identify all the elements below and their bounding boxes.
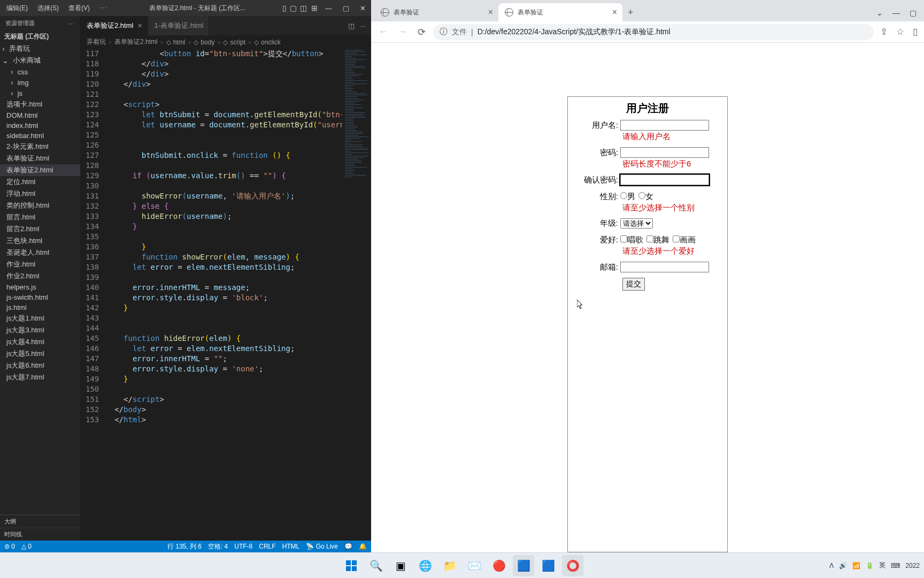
tab-file-1[interactable]: 表单验证2.html × — [80, 16, 148, 35]
gender-male-radio[interactable] — [620, 192, 627, 199]
file-item[interactable]: sidebar.html — [0, 131, 80, 141]
file-item[interactable]: 类的控制.html — [0, 200, 80, 211]
start-button[interactable] — [341, 555, 362, 576]
timeline-section[interactable]: 时间线 — [0, 528, 80, 541]
reload-button[interactable]: ⟳ — [414, 25, 429, 40]
bookmark-icon[interactable]: ☆ — [894, 24, 906, 40]
crumb-script[interactable]: ◇ script — [223, 39, 245, 46]
file-item[interactable]: js大题3.html — [0, 324, 80, 336]
app2-icon[interactable]: 🟦 — [537, 555, 559, 576]
file-item[interactable]: 留言.html — [0, 211, 80, 223]
file-item[interactable]: js大题1.html — [0, 313, 80, 324]
chrome-minimize-button[interactable]: — — [892, 9, 900, 17]
side-panel-icon[interactable]: ▯ — [911, 24, 920, 40]
chrome-maximize-button[interactable]: ▢ — [910, 9, 917, 17]
file-item[interactable]: js大题6.html — [0, 360, 80, 371]
file-item[interactable]: js.html — [0, 302, 80, 313]
code-editor[interactable]: <button id="btn-submit">提交</button> </di… — [105, 49, 342, 541]
tray-wifi-icon[interactable]: 📶 — [852, 562, 860, 569]
url-bar[interactable]: ⓘ 文件 | D:/dev/fe202202/4-JavaScript/实战式教… — [433, 24, 874, 40]
layout-icon-3[interactable]: ◫ — [300, 4, 307, 12]
hobby-checkbox[interactable] — [673, 235, 680, 242]
hobby-checkbox[interactable] — [646, 235, 653, 242]
search-button[interactable]: 🔍 — [365, 555, 387, 576]
forward-button[interactable]: → — [395, 25, 410, 40]
crumb-html[interactable]: ◇ html — [166, 39, 186, 46]
chrome-dropdown-icon[interactable]: ⌄ — [876, 9, 883, 17]
file-item[interactable]: js大题7.html — [0, 371, 80, 383]
tray-battery-icon[interactable]: 🔋 — [866, 562, 874, 569]
cursor-position[interactable]: 行 135, 列 6 — [167, 542, 202, 551]
explorer-icon[interactable]: 📁 — [439, 555, 460, 576]
crumb-body[interactable]: ◇ body — [194, 39, 214, 46]
back-button[interactable]: ← — [375, 25, 390, 40]
tab-close-icon[interactable]: × — [612, 7, 617, 17]
bell-icon[interactable]: 🔔 — [359, 543, 367, 550]
file-item[interactable]: js大题4.html — [0, 336, 80, 348]
warnings-count[interactable]: △ 0 — [21, 543, 32, 550]
menu-edit[interactable]: 编辑(E) — [2, 2, 32, 15]
taskview-button[interactable]: ▣ — [390, 555, 411, 576]
file-item[interactable]: index.html — [0, 120, 80, 131]
app-icon[interactable]: 🔴 — [488, 555, 510, 576]
crumb-file[interactable]: 表单验证2.html — [114, 37, 158, 47]
menu-view[interactable]: 查看(V) — [64, 2, 94, 15]
file-item[interactable]: helpers.js — [0, 282, 80, 292]
site-info-icon[interactable]: ⓘ — [440, 27, 448, 37]
chrome-tab-1[interactable]: 表单验证 × — [374, 3, 498, 21]
indent-info[interactable]: 空格: 4 — [208, 542, 228, 551]
ime-lang[interactable]: 英 — [879, 561, 886, 570]
split-editor-icon[interactable]: ◫ — [348, 22, 355, 30]
tray-volume-icon[interactable]: 🔊 — [839, 562, 847, 569]
mail-icon[interactable]: ✉️ — [464, 555, 485, 576]
vscode-icon[interactable]: 🟦 — [513, 555, 534, 576]
file-item[interactable]: js大题5.html — [0, 348, 80, 360]
tray-up-icon[interactable]: ᐱ — [829, 562, 834, 569]
file-item[interactable]: 作业2.html — [0, 270, 80, 282]
hobby-checkbox[interactable] — [620, 235, 627, 242]
breadcrumb[interactable]: 弄着玩› 表单验证2.html› ◇ html› ◇ body› ◇ scrip… — [80, 35, 371, 49]
workspace-name[interactable]: 无标题 (工作区) — [0, 31, 80, 43]
eol-info[interactable]: CRLF — [259, 543, 275, 550]
layout-custom-icon[interactable]: ⊞ — [311, 4, 318, 12]
file-item[interactable]: 选项卡.html — [0, 98, 80, 110]
minimize-button[interactable]: — — [322, 4, 335, 12]
submit-button[interactable]: 提交 — [622, 278, 645, 291]
minimap[interactable] — [342, 49, 371, 541]
tab-file-2[interactable]: 1-表单验证.html — [148, 16, 210, 35]
tab-close-icon[interactable]: × — [137, 21, 142, 30]
grade-select[interactable]: 请选择 — [620, 218, 653, 229]
crumb-onclick[interactable]: ◇ onclick — [254, 39, 281, 46]
email-input[interactable] — [620, 262, 709, 272]
crumb-folder[interactable]: 弄着玩 — [87, 37, 106, 47]
gender-female-radio[interactable] — [638, 192, 645, 199]
chrome-icon[interactable]: ⭕ — [562, 555, 583, 576]
language-mode[interactable]: HTML — [282, 543, 300, 550]
encoding-info[interactable]: UTF-8 — [234, 543, 252, 550]
menu-more[interactable]: ··· — [95, 2, 112, 15]
file-item[interactable]: 圣诞老人.html — [0, 247, 80, 258]
folder-sub[interactable]: img — [0, 77, 80, 88]
file-item[interactable]: 三色块.html — [0, 235, 80, 247]
edge-icon[interactable]: 🌐 — [414, 555, 436, 576]
layout-icon-1[interactable]: ▯ — [282, 4, 287, 12]
share-icon[interactable]: ⇪ — [878, 24, 890, 40]
chrome-tab-2[interactable]: 表单验证 × — [498, 3, 622, 21]
file-item[interactable]: 表单验证.html — [0, 153, 80, 164]
file-item[interactable]: 作业.html — [0, 258, 80, 270]
menu-select[interactable]: 选择(S) — [33, 2, 63, 15]
folder-sub[interactable]: js — [0, 88, 80, 98]
file-item[interactable]: 表单验证2.html — [0, 164, 80, 176]
folder-sub[interactable]: css — [0, 66, 80, 77]
username-input[interactable] — [620, 120, 709, 131]
errors-count[interactable]: ⊘ 0 — [4, 543, 15, 550]
file-item[interactable]: DOM.html — [0, 110, 80, 120]
tab-close-icon[interactable]: × — [488, 7, 493, 17]
file-item[interactable]: 定位.html — [0, 176, 80, 188]
close-button[interactable]: ✕ — [357, 4, 369, 12]
file-item[interactable]: 2-块元素.html — [0, 141, 80, 153]
new-tab-button[interactable]: + — [622, 4, 639, 21]
confirm-password-input[interactable] — [620, 174, 709, 185]
more-actions-icon[interactable]: ··· — [360, 22, 366, 30]
file-item[interactable]: 留言2.html — [0, 223, 80, 235]
